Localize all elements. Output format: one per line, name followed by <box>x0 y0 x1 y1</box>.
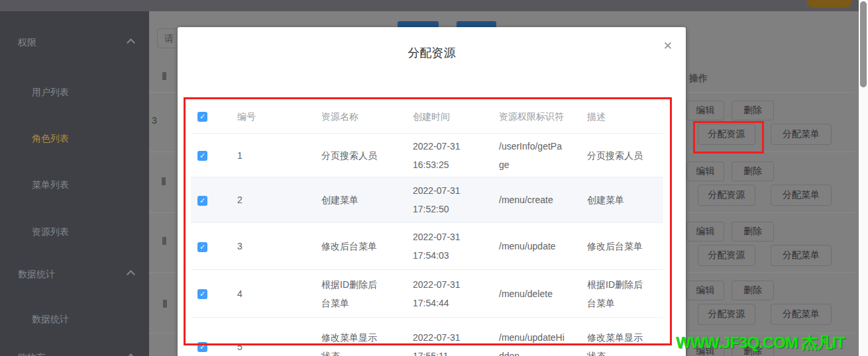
chevron-up-icon <box>127 353 135 356</box>
row-divider <box>149 212 178 213</box>
assign-resource-button[interactable]: 分配资源 <box>698 304 755 325</box>
row-number-fragment: 3 <box>152 115 157 126</box>
sidebar-item-resource-list[interactable]: 资源列表 <box>32 226 69 238</box>
sidebar-item-user-list[interactable]: 用户列表 <box>32 87 69 99</box>
edit-button[interactable]: 编辑 <box>686 281 724 300</box>
table-column-header-actions: 操作 <box>689 73 708 85</box>
highlight-box-table <box>184 97 672 345</box>
sidebar-item-role-list[interactable]: 角色列表 <box>32 133 69 145</box>
delete-button[interactable]: 删除 <box>732 161 774 181</box>
row-divider <box>149 333 178 334</box>
edit-button[interactable]: 编辑 <box>686 161 724 181</box>
scrollbar-track[interactable] <box>859 0 868 356</box>
row-divider <box>686 212 855 213</box>
row-divider <box>686 92 855 93</box>
watermark: WWW.JF3Q.COM 杰凡IT <box>676 332 845 353</box>
assign-resource-button[interactable]: 分配资源 <box>698 245 755 266</box>
query-button-fragment[interactable] <box>398 21 439 27</box>
edit-button[interactable]: 编辑 <box>686 222 724 242</box>
assign-menu-button[interactable]: 分配菜单 <box>771 185 832 206</box>
sidebar-group-statistics[interactable]: 数据统计 <box>18 269 55 281</box>
add-button-fragment[interactable] <box>457 21 496 27</box>
sidebar-group-permissions[interactable]: 权限 <box>18 37 36 49</box>
text-fragment <box>162 237 166 245</box>
delete-button[interactable]: 删除 <box>732 101 774 120</box>
highlight-box-assign-resource <box>693 121 764 154</box>
sidebar-item-menu-list[interactable]: 菜单列表 <box>32 179 69 191</box>
close-icon[interactable]: ✕ <box>663 40 673 52</box>
sidebar-item-statistics[interactable]: 数据统计 <box>32 314 69 326</box>
edit-button[interactable]: 编辑 <box>686 101 724 120</box>
row-divider <box>149 272 178 273</box>
assign-menu-button[interactable]: 分配菜单 <box>771 304 832 325</box>
chevron-up-icon <box>127 270 135 279</box>
delete-button[interactable]: 删除 <box>732 222 774 242</box>
topbar-button-fragment[interactable] <box>807 0 852 7</box>
text-fragment <box>163 300 167 308</box>
topbar <box>0 0 868 11</box>
text-fragment <box>162 177 166 185</box>
dialog-title: 分配资源 <box>178 45 686 61</box>
chevron-up-icon <box>127 38 135 47</box>
search-input-placeholder-fragment: 请 <box>164 33 174 44</box>
assign-menu-button[interactable]: 分配菜单 <box>771 245 832 266</box>
sidebar: 权限 用户列表 角色列表 菜单列表 资源列表 数据统计 数据统计 购物车 <box>0 11 149 356</box>
screen: 请 操作 3 编辑 删除 分配资源 分配菜单 编辑 删除 分配资源 分配菜单 编… <box>0 0 868 356</box>
text-fragment <box>162 72 166 80</box>
assign-menu-button[interactable]: 分配菜单 <box>771 124 832 145</box>
sidebar-group-cart[interactable]: 购物车 <box>18 352 46 356</box>
assign-resource-button[interactable]: 分配资源 <box>698 185 755 206</box>
row-divider <box>149 152 178 152</box>
row-divider <box>686 272 855 273</box>
delete-button[interactable]: 删除 <box>732 281 774 300</box>
scrollbar-thumb[interactable] <box>860 1 867 87</box>
search-input[interactable]: 请 <box>157 28 180 48</box>
row-divider <box>149 92 178 93</box>
